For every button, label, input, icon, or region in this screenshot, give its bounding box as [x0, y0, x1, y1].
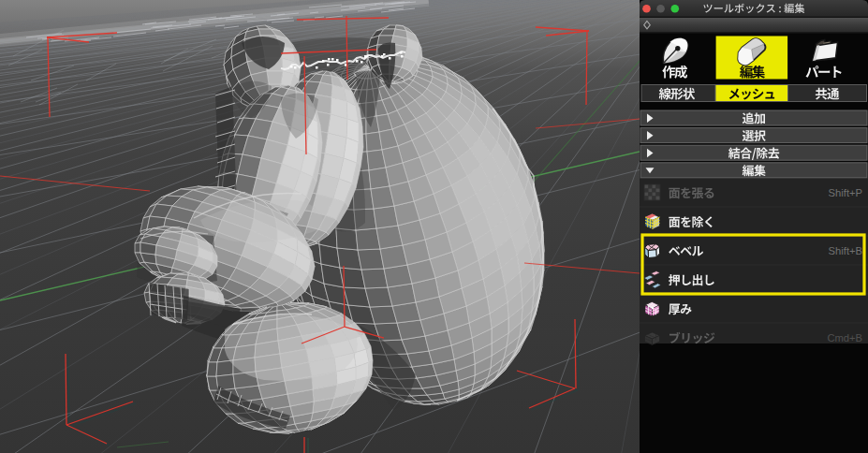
svg-text:Shift+B: Shift+B	[829, 245, 862, 256]
svg-text:Cmd+B: Cmd+B	[827, 332, 862, 343]
svg-text:Shift+P: Shift+P	[829, 187, 862, 198]
